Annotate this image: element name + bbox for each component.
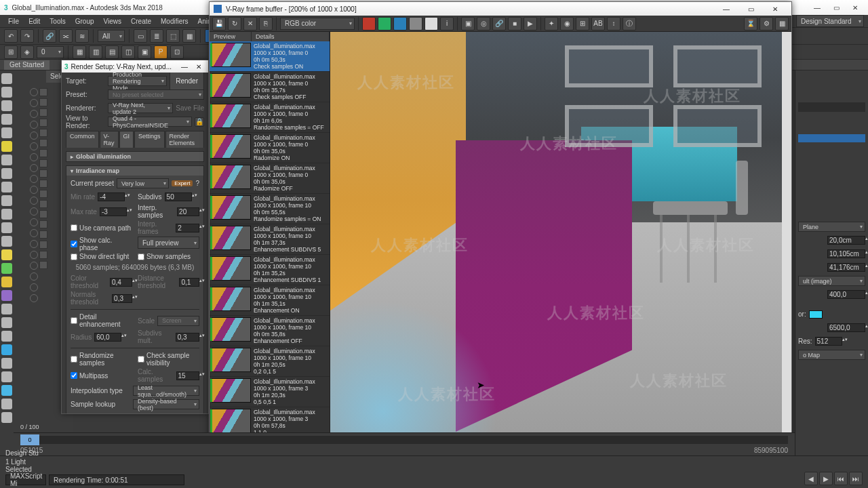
time-marker[interactable]: 0 — [20, 434, 39, 445]
expand-button[interactable]: ? — [195, 180, 199, 187]
tool-icon[interactable] — [39, 88, 47, 96]
sample-lookup-dropdown[interactable]: Density-based (best) — [133, 399, 199, 409]
eye-icon[interactable] — [30, 207, 38, 216]
tool-icon[interactable] — [39, 241, 47, 249]
menu-group[interactable]: Group — [71, 18, 98, 25]
tool-icon[interactable] — [39, 129, 47, 137]
show-samples-checkbox[interactable] — [138, 253, 144, 260]
full-preview-dropdown[interactable]: Full preview — [138, 237, 199, 249]
vfb-link-button[interactable]: 🔗 — [492, 17, 506, 30]
left-tool-icon[interactable] — [1, 331, 12, 342]
window-crossing-button[interactable]: ▦ — [182, 29, 196, 43]
vray-frame-buffer-window[interactable]: V-Ray frame buffer - [200% of 1000 x 100… — [209, 1, 792, 479]
history-item[interactable]: Global_Illumination.max 1000 x 1000, fra… — [210, 224, 330, 255]
vfb-max-button[interactable]: ▭ — [738, 3, 763, 15]
left-tool-icon[interactable] — [1, 182, 12, 192]
menu-modifiers[interactable]: Modifiers — [157, 18, 193, 25]
left-tool-icon[interactable] — [1, 222, 12, 233]
param3-input[interactable]: 41,176cm — [827, 263, 865, 272]
interp-samples-input[interactable]: 20 — [177, 207, 199, 216]
color-swatch[interactable] — [809, 310, 823, 319]
vfb-x-button[interactable]: ✕ — [243, 17, 257, 30]
history-item[interactable]: Global_Illumination.max 1000 x 1000, fra… — [210, 194, 330, 224]
select-name-button[interactable]: ≣ — [150, 29, 163, 43]
vfb-titlebar[interactable]: V-Ray frame buffer - [200% of 1000 x 100… — [210, 2, 791, 16]
left-tool-icon[interactable] — [1, 127, 12, 138]
tool-icon[interactable] — [39, 261, 47, 269]
eye-icon[interactable] — [30, 131, 38, 140]
vfb-stop-button[interactable]: ■ — [508, 17, 521, 30]
vfb-save-button[interactable]: 💾 — [212, 17, 226, 30]
name-input[interactable] — [798, 102, 865, 112]
history-item[interactable]: Global_Illumination.max 1000 x 1000, fra… — [210, 346, 330, 377]
left-tool-icon[interactable] — [1, 371, 12, 382]
eye-icon[interactable] — [30, 283, 38, 291]
tool-icon[interactable] — [39, 139, 47, 147]
eye-icon[interactable] — [30, 272, 38, 281]
sec-btn-6[interactable]: ◫ — [121, 45, 135, 59]
lock-view-button[interactable]: 🔒 — [195, 117, 204, 127]
left-tool-icon[interactable] — [1, 385, 12, 396]
left-tool-icon[interactable] — [1, 412, 12, 423]
vfb-cc-button[interactable]: ✦ — [545, 17, 558, 30]
unlink-button[interactable]: ⫘ — [59, 29, 73, 43]
tool-icon[interactable] — [39, 200, 47, 208]
left-tool-icon[interactable] — [1, 100, 12, 111]
left-tool-icon[interactable] — [1, 114, 12, 125]
sec-btn-2[interactable]: ◈ — [20, 45, 34, 59]
minrate-input[interactable]: -4 — [98, 192, 125, 201]
rollout-irradiance-header[interactable]: Irradiance map — [66, 166, 203, 176]
map-dropdown[interactable]: o Map — [798, 350, 865, 360]
vfb-info-button[interactable]: ⓘ — [623, 17, 636, 30]
history-item[interactable]: Global_Illumination.max 1000 x 1000, fra… — [210, 316, 330, 346]
vfb-settings-button[interactable]: ⚙ — [760, 17, 773, 30]
maxrate-input[interactable]: -3 — [100, 207, 127, 216]
vfb-red-channel[interactable] — [362, 17, 376, 30]
left-tool-icon[interactable] — [1, 168, 12, 179]
left-tool-icon[interactable] — [1, 73, 12, 84]
tool-icon[interactable] — [39, 210, 47, 218]
render-setup-dialog[interactable]: 3 Render Setup: V-Ray Next, upd... — ✕ T… — [61, 60, 209, 414]
tab-common[interactable]: Common — [66, 131, 99, 148]
target-dropdown[interactable]: Production Rendering Mode — [108, 76, 167, 86]
left-tool-icon[interactable] — [1, 263, 12, 274]
vfb-alpha-channel[interactable] — [409, 17, 422, 30]
vfb-channel-dropdown[interactable]: RGB color — [280, 18, 355, 30]
menu-views[interactable]: Views — [100, 18, 126, 25]
tool-icon[interactable] — [39, 230, 47, 239]
vfb-render-last-button[interactable]: ▶ — [524, 17, 537, 30]
left-tool-icon[interactable] — [1, 249, 12, 260]
randomize-checkbox[interactable] — [71, 356, 77, 363]
view-dropdown[interactable]: Quad 4 - PhysCameraINSIDE — [108, 117, 192, 127]
vfb-mono-channel[interactable] — [425, 17, 438, 30]
vfb-compare-button[interactable]: AB — [591, 17, 605, 30]
eye-icon[interactable] — [30, 240, 38, 248]
nav-btn-2[interactable]: ▶ — [819, 472, 833, 485]
restore-button[interactable]: ▭ — [827, 1, 845, 14]
min-button[interactable]: — — [808, 1, 826, 14]
history-item[interactable]: Global_Illumination.max 1000 x 1000, fra… — [210, 285, 330, 316]
param2-input[interactable]: 10,105cm — [827, 249, 865, 258]
eye-icon[interactable] — [30, 294, 38, 302]
left-tool-icon[interactable] — [1, 195, 12, 206]
left-tool-icon[interactable] — [1, 344, 12, 355]
vfb-dock-button[interactable]: ▦ — [775, 17, 789, 30]
check-visibility-checkbox[interactable] — [138, 356, 144, 363]
tool-icon[interactable] — [39, 169, 47, 178]
history-item[interactable]: Global_Illumination.max 1000 x 1000, fra… — [210, 72, 330, 102]
sec-btn-5[interactable]: ▤ — [105, 45, 119, 59]
left-tool-icon[interactable] — [1, 236, 12, 247]
tool-icon[interactable] — [39, 251, 47, 259]
render-setup-titlebar[interactable]: 3 Render Setup: V-Ray Next, upd... — ✕ — [62, 60, 208, 73]
current-preset-dropdown[interactable]: Very low — [117, 178, 169, 188]
vfb-region-button[interactable]: ▣ — [461, 17, 475, 30]
eye-icon[interactable] — [30, 229, 38, 237]
frame-input[interactable]: 0 — [37, 46, 64, 58]
selected-item[interactable] — [798, 134, 865, 142]
vfb-pixel-button[interactable]: ⊞ — [576, 17, 589, 30]
rect-region-button[interactable]: ⬚ — [166, 29, 180, 43]
eye-icon[interactable] — [30, 110, 38, 118]
history-item[interactable]: Global_Illumination.max 1000 x 1000, fra… — [210, 41, 330, 72]
time-track[interactable]: 0 — [20, 436, 788, 444]
rollout-gi-header[interactable]: Global illumination — [66, 152, 203, 161]
